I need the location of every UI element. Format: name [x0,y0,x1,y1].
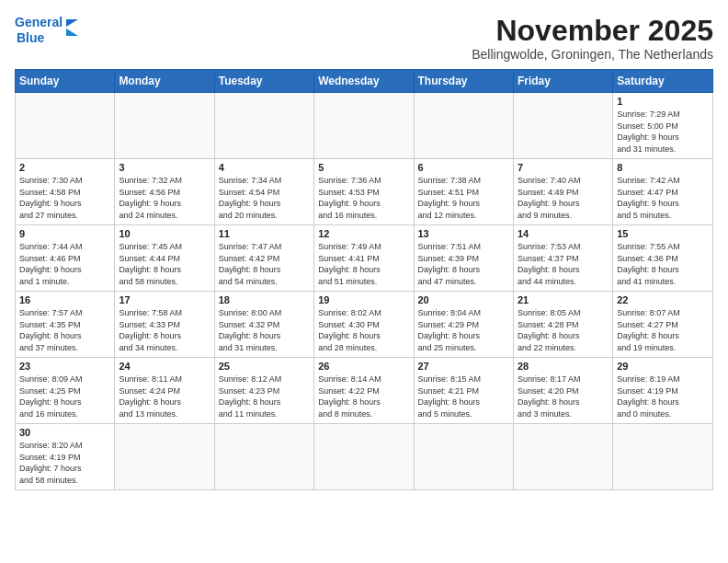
calendar-cell: 1Sunrise: 7:29 AM Sunset: 5:00 PM Daylig… [613,93,713,159]
calendar-cell: 29Sunrise: 8:19 AM Sunset: 4:19 PM Dayli… [613,358,713,424]
day-info: Sunrise: 8:11 AM Sunset: 4:24 PM Dayligh… [119,373,210,419]
day-info: Sunrise: 7:57 AM Sunset: 4:35 PM Dayligh… [19,307,110,353]
day-number: 10 [119,228,210,239]
header-tuesday: Tuesday [214,70,313,93]
day-number: 4 [219,162,310,173]
day-number: 21 [518,294,609,305]
calendar-week-row: 16Sunrise: 7:57 AM Sunset: 4:35 PM Dayli… [16,292,713,358]
day-info: Sunrise: 8:12 AM Sunset: 4:23 PM Dayligh… [219,373,310,419]
calendar-week-row: 1Sunrise: 7:29 AM Sunset: 5:00 PM Daylig… [16,93,713,159]
day-info: Sunrise: 7:51 AM Sunset: 4:39 PM Dayligh… [418,241,509,287]
logo-area: GeneralBlue [15,15,78,46]
day-info: Sunrise: 8:20 AM Sunset: 4:19 PM Dayligh… [19,440,110,486]
calendar-cell: 5Sunrise: 7:36 AM Sunset: 4:53 PM Daylig… [314,159,414,225]
calendar-cell: 9Sunrise: 7:44 AM Sunset: 4:46 PM Daylig… [16,225,115,292]
calendar-cell: 6Sunrise: 7:38 AM Sunset: 4:51 PM Daylig… [414,159,513,225]
calendar-cell [414,424,513,490]
day-number: 29 [617,361,709,372]
calendar-cell [214,93,313,159]
calendar-cell: 17Sunrise: 7:58 AM Sunset: 4:33 PM Dayli… [115,292,214,358]
calendar-cell: 30Sunrise: 8:20 AM Sunset: 4:19 PM Dayli… [16,424,115,490]
calendar-cell: 13Sunrise: 7:51 AM Sunset: 4:39 PM Dayli… [414,225,513,292]
header-thursday: Thursday [414,70,513,93]
day-info: Sunrise: 8:07 AM Sunset: 4:27 PM Dayligh… [617,307,709,353]
day-info: Sunrise: 7:34 AM Sunset: 4:54 PM Dayligh… [219,175,310,221]
day-number: 23 [19,361,110,372]
calendar-cell: 2Sunrise: 7:30 AM Sunset: 4:58 PM Daylig… [16,159,115,225]
day-number: 16 [19,294,110,305]
day-info: Sunrise: 8:19 AM Sunset: 4:19 PM Dayligh… [617,373,709,419]
day-number: 28 [518,361,609,372]
day-info: Sunrise: 7:55 AM Sunset: 4:36 PM Dayligh… [617,241,709,287]
day-number: 22 [617,294,709,305]
calendar-cell [414,93,513,159]
day-info: Sunrise: 8:09 AM Sunset: 4:25 PM Dayligh… [19,373,110,419]
calendar-cell: 23Sunrise: 8:09 AM Sunset: 4:25 PM Dayli… [16,358,115,424]
day-info: Sunrise: 8:17 AM Sunset: 4:20 PM Dayligh… [518,373,609,419]
day-number: 24 [119,361,210,372]
day-number: 20 [418,294,509,305]
day-number: 15 [617,228,709,239]
calendar-cell: 27Sunrise: 8:15 AM Sunset: 4:21 PM Dayli… [414,358,513,424]
day-info: Sunrise: 7:44 AM Sunset: 4:46 PM Dayligh… [19,241,110,287]
logo-text: GeneralBlue [15,15,63,46]
day-number: 14 [518,228,609,239]
month-title: November 2025 [472,15,713,47]
calendar-cell: 15Sunrise: 7:55 AM Sunset: 4:36 PM Dayli… [613,225,713,292]
day-number: 9 [19,228,110,239]
calendar-week-row: 2Sunrise: 7:30 AM Sunset: 4:58 PM Daylig… [16,159,713,225]
header-saturday: Saturday [613,70,713,93]
calendar-cell [314,93,414,159]
calendar-cell: 14Sunrise: 7:53 AM Sunset: 4:37 PM Dayli… [513,225,612,292]
calendar-cell: 8Sunrise: 7:42 AM Sunset: 4:47 PM Daylig… [613,159,713,225]
day-number: 5 [318,162,409,173]
calendar-header-row: Sunday Monday Tuesday Wednesday Thursday… [16,70,713,93]
day-info: Sunrise: 8:15 AM Sunset: 4:21 PM Dayligh… [418,373,509,419]
calendar-cell: 4Sunrise: 7:34 AM Sunset: 4:54 PM Daylig… [214,159,313,225]
header-friday: Friday [513,70,612,93]
day-info: Sunrise: 8:02 AM Sunset: 4:30 PM Dayligh… [318,307,409,353]
day-info: Sunrise: 7:36 AM Sunset: 4:53 PM Dayligh… [318,175,409,221]
day-number: 30 [19,427,110,438]
calendar-cell: 16Sunrise: 7:57 AM Sunset: 4:35 PM Dayli… [16,292,115,358]
day-info: Sunrise: 7:53 AM Sunset: 4:37 PM Dayligh… [518,241,609,287]
calendar-cell: 11Sunrise: 7:47 AM Sunset: 4:42 PM Dayli… [214,225,313,292]
calendar-cell: 22Sunrise: 8:07 AM Sunset: 4:27 PM Dayli… [613,292,713,358]
header: GeneralBlue November 2025 Bellingwolde, … [15,15,713,62]
calendar-cell [513,424,612,490]
calendar-cell: 20Sunrise: 8:04 AM Sunset: 4:29 PM Dayli… [414,292,513,358]
title-area: November 2025 Bellingwolde, Groningen, T… [472,15,713,62]
day-info: Sunrise: 8:04 AM Sunset: 4:29 PM Dayligh… [418,307,509,353]
calendar-cell [115,93,214,159]
day-number: 25 [219,361,310,372]
day-info: Sunrise: 7:45 AM Sunset: 4:44 PM Dayligh… [119,241,210,287]
day-info: Sunrise: 8:00 AM Sunset: 4:32 PM Dayligh… [219,307,310,353]
calendar-cell: 12Sunrise: 7:49 AM Sunset: 4:41 PM Dayli… [314,225,414,292]
day-info: Sunrise: 7:30 AM Sunset: 4:58 PM Dayligh… [19,175,110,221]
subtitle: Bellingwolde, Groningen, The Netherlands [472,47,713,62]
day-number: 6 [418,162,509,173]
calendar-week-row: 30Sunrise: 8:20 AM Sunset: 4:19 PM Dayli… [16,424,713,490]
calendar-cell [115,424,214,490]
day-number: 12 [318,228,409,239]
day-number: 8 [617,162,709,173]
day-info: Sunrise: 7:47 AM Sunset: 4:42 PM Dayligh… [219,241,310,287]
day-info: Sunrise: 7:58 AM Sunset: 4:33 PM Dayligh… [119,307,210,353]
day-info: Sunrise: 7:42 AM Sunset: 4:47 PM Dayligh… [617,175,709,221]
day-info: Sunrise: 8:14 AM Sunset: 4:22 PM Dayligh… [318,373,409,419]
calendar-table: Sunday Monday Tuesday Wednesday Thursday… [15,69,713,490]
calendar-cell: 24Sunrise: 8:11 AM Sunset: 4:24 PM Dayli… [115,358,214,424]
day-info: Sunrise: 8:05 AM Sunset: 4:28 PM Dayligh… [518,307,609,353]
calendar-cell [16,93,115,159]
day-number: 18 [219,294,310,305]
calendar-cell: 3Sunrise: 7:32 AM Sunset: 4:56 PM Daylig… [115,159,214,225]
header-monday: Monday [115,70,214,93]
calendar-cell: 26Sunrise: 8:14 AM Sunset: 4:22 PM Dayli… [314,358,414,424]
day-info: Sunrise: 7:29 AM Sunset: 5:00 PM Dayligh… [617,109,709,155]
day-info: Sunrise: 7:49 AM Sunset: 4:41 PM Dayligh… [318,241,409,287]
calendar-cell: 21Sunrise: 8:05 AM Sunset: 4:28 PM Dayli… [513,292,612,358]
calendar-cell: 25Sunrise: 8:12 AM Sunset: 4:23 PM Dayli… [214,358,313,424]
calendar-cell [214,424,313,490]
day-number: 26 [318,361,409,372]
header-sunday: Sunday [16,70,115,93]
